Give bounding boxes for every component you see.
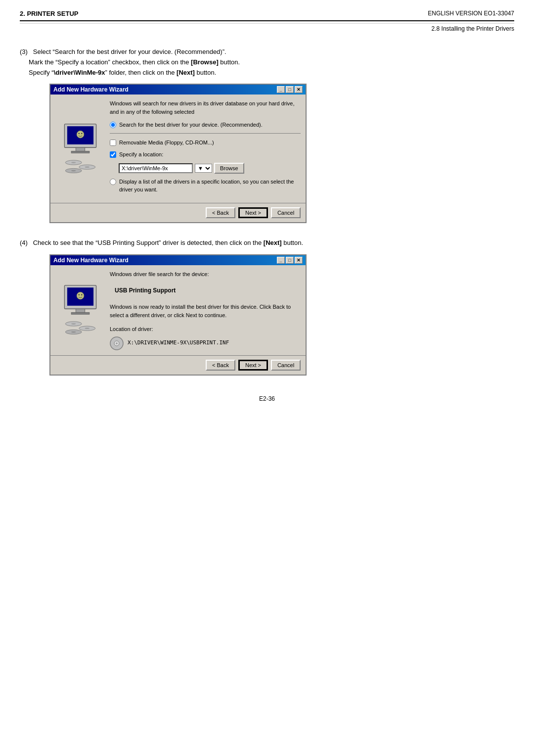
checkbox2-label: Specify a location:: [119, 150, 163, 159]
section-title: 2. PRINTER SETUP: [20, 10, 78, 17]
subsection-header: 2.8 Installing the Printer Drivers: [20, 23, 514, 32]
step-3: (3) Select “Search for the best driver f…: [20, 47, 514, 223]
dialog3-footer: < Back Next > Cancel: [50, 203, 306, 222]
dialog4-titlebar-buttons: _ □ ✕: [277, 257, 303, 264]
svg-point-25: [71, 331, 76, 332]
dialog3-intro: Windows will search for new drivers in i…: [110, 99, 301, 116]
svg-rect-2: [76, 147, 85, 151]
radio1-option: Search for the best driver for your devi…: [110, 121, 301, 129]
checkbox1-option: Removable Media (Floppy, CD-ROM...): [110, 139, 301, 147]
dialog3-title: Add New Hardware Wizard: [53, 86, 129, 93]
dialog4-minimize-button[interactable]: _: [277, 257, 285, 264]
dialog4-body: Windows driver file search for the devic…: [50, 265, 306, 355]
dialog4-next-button[interactable]: Next >: [238, 360, 268, 371]
location-row: ▼ Browse: [119, 163, 301, 174]
dialog4-icon-area: [55, 270, 105, 350]
location-dropdown[interactable]: ▼: [195, 164, 212, 173]
location-path: X:\DRIVER\WINME-9X\USBPRINT.INF: [128, 339, 229, 347]
ready-text: Windows is now ready to install the best…: [110, 303, 301, 319]
dialog3-titlebar: Add New Hardware Wizard _ □ ✕: [50, 85, 306, 94]
step4-next-bold: [Next]: [264, 239, 282, 246]
dialog4-search-label: Windows driver file search for the devic…: [110, 270, 301, 279]
checkbox2-option: Specify a location:: [110, 150, 301, 159]
step4-text: Check to see that the “USB Printing Supp…: [33, 239, 264, 246]
doc-id: ENGLISH VERSION EO1-33047: [428, 10, 514, 17]
page-footer: E2-36: [20, 395, 514, 402]
step4-instruction: (4) Check to see that the “USB Printing …: [20, 238, 514, 248]
separator: [110, 133, 301, 134]
location-row-4: X:\DRIVER\WINME-9X\USBPRINT.INF: [110, 336, 301, 350]
checkbox1-input[interactable]: [110, 140, 116, 146]
browse-button[interactable]: Browse: [214, 163, 244, 174]
location-input[interactable]: [119, 163, 193, 173]
svg-point-12: [71, 170, 76, 171]
dialog-step3: Add New Hardware Wizard _ □ ✕: [49, 84, 307, 223]
dialog4-title: Add New Hardware Wizard: [53, 257, 129, 264]
svg-point-17: [77, 292, 84, 299]
radio2-label: Display a list of all the drivers in a s…: [119, 178, 301, 194]
svg-point-10: [85, 166, 89, 168]
step3-next-bold: [Next]: [177, 69, 195, 76]
titlebar-buttons: _ □ ✕: [277, 86, 303, 93]
back-button[interactable]: < Back: [206, 207, 235, 218]
svg-rect-15: [76, 309, 85, 312]
step4-label: (4): [20, 239, 28, 246]
checkbox1-label: Removable Media (Floppy, CD-ROM...): [119, 139, 214, 147]
svg-rect-16: [71, 312, 89, 314]
dialog4-footer: < Back Next > Cancel: [50, 355, 306, 375]
computer-icon-2: [59, 283, 101, 337]
cd-icon: [110, 336, 124, 350]
radio2-option: Display a list of all the drivers in a s…: [110, 178, 301, 194]
dialog4-maximize-button[interactable]: □: [286, 257, 294, 264]
step3-label: (3): [20, 48, 28, 55]
location-label: Location of driver:: [110, 325, 301, 333]
driver-name: USB Printing Support: [115, 286, 301, 295]
minimize-button[interactable]: _: [277, 86, 285, 93]
page-number: E2-36: [259, 395, 275, 402]
step3-path-bold: \driver\WinMe-9x: [54, 69, 105, 76]
svg-point-21: [71, 323, 76, 325]
step-4: (4) Check to see that the “USB Printing …: [20, 238, 514, 376]
svg-point-5: [78, 133, 80, 134]
dialog3-body: Windows will search for new drivers in i…: [50, 94, 306, 203]
svg-point-28: [116, 342, 118, 344]
svg-point-23: [85, 328, 89, 329]
dialog3-icon-area: [55, 99, 105, 198]
svg-point-4: [77, 131, 84, 138]
maximize-button[interactable]: □: [286, 86, 294, 93]
radio1-label: Search for the best driver for your devi…: [119, 121, 263, 129]
close-button[interactable]: ✕: [295, 86, 303, 93]
step3-line2: Mark the “Specify a location” checkbox, …: [29, 58, 191, 66]
dialog4-back-button[interactable]: < Back: [206, 360, 235, 371]
dialog3-content: Windows will search for new drivers in i…: [110, 99, 301, 198]
svg-point-6: [81, 133, 82, 134]
dialog-step4: Add New Hardware Wizard _ □ ✕: [49, 254, 307, 376]
step3-line1: Select “Search for the best driver for y…: [33, 48, 226, 55]
step3-instruction: (3) Select “Search for the best driver f…: [20, 47, 514, 78]
svg-rect-3: [71, 151, 89, 153]
dialog4-content: Windows driver file search for the devic…: [110, 270, 301, 350]
subsection-label: 2.8 Installing the Printer Drivers: [432, 25, 514, 32]
cancel-button[interactable]: Cancel: [271, 207, 301, 218]
radio2-input[interactable]: [110, 179, 116, 185]
step3-browse-bold: [Browse]: [191, 58, 219, 66]
svg-point-18: [78, 294, 80, 295]
radio1-input[interactable]: [110, 122, 116, 128]
svg-point-19: [81, 294, 82, 295]
dialog4-close-button[interactable]: ✕: [295, 257, 303, 264]
dialog4-titlebar: Add New Hardware Wizard _ □ ✕: [50, 255, 306, 265]
dialog4-cancel-button[interactable]: Cancel: [271, 360, 301, 371]
checkbox2-input[interactable]: [110, 151, 116, 158]
page-header: 2. PRINTER SETUP ENGLISH VERSION EO1-330…: [20, 10, 514, 21]
computer-icon: [59, 122, 101, 176]
svg-point-8: [71, 162, 76, 163]
next-button[interactable]: Next >: [238, 207, 268, 218]
